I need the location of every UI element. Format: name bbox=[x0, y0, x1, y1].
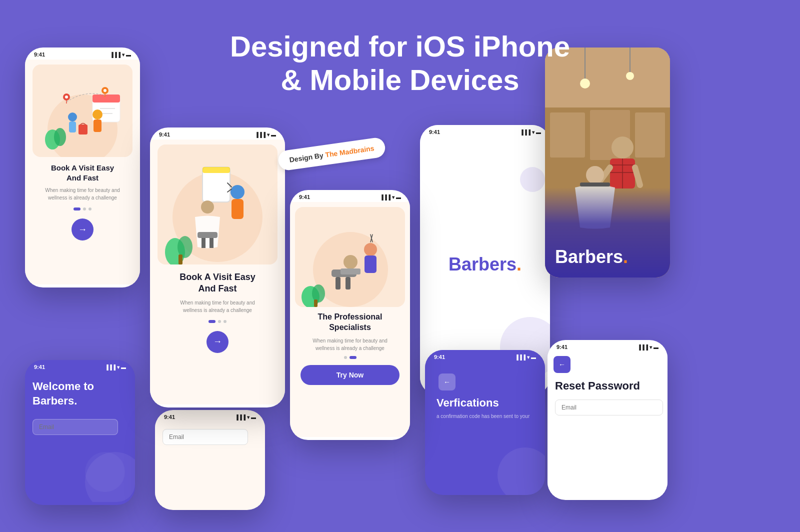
svg-rect-8 bbox=[69, 122, 76, 132]
dot-3 bbox=[88, 208, 92, 210]
page-title: Designed for iOS iPhone & Mobile Devices bbox=[225, 30, 575, 96]
svg-point-7 bbox=[68, 112, 77, 122]
svg-rect-31 bbox=[346, 277, 350, 290]
dot-1 bbox=[74, 208, 80, 210]
dot-2 bbox=[83, 208, 86, 210]
phone-1-time: 9:41 bbox=[34, 52, 45, 58]
svg-rect-9 bbox=[78, 124, 88, 134]
phone-8-subtitle: a confirmation code has been sent to you… bbox=[432, 414, 538, 419]
phone-1-title: Book A Visit Easy And Fast bbox=[51, 163, 114, 182]
svg-point-15 bbox=[104, 89, 106, 92]
svg-rect-23 bbox=[202, 238, 206, 248]
phone-6-time: 9:41 bbox=[34, 364, 45, 370]
phone-4-time: 9:41 bbox=[429, 129, 440, 135]
phone-1-illustration bbox=[32, 64, 132, 157]
design-prefix: Design By bbox=[289, 151, 324, 164]
phone-4-status: 9:41 ▐▐▐ ▾ ▬ bbox=[420, 125, 550, 137]
svg-point-11 bbox=[54, 128, 66, 146]
phone-8-back-btn[interactable]: ← bbox=[438, 374, 456, 390]
phone-6-icons: ▐▐▐ ▾ ▬ bbox=[105, 364, 126, 370]
phone-6-welcome: 9:41 ▐▐▐ ▾ ▬ Welcome to Barbers. bbox=[25, 360, 135, 505]
phone-2-next-btn[interactable]: → bbox=[206, 331, 228, 353]
phone-3-icons: ▐▐▐ ▾ ▬ bbox=[380, 194, 401, 200]
phone-8-status: 9:41 ▐▐▐ ▾ ▬ bbox=[425, 350, 545, 362]
svg-point-19 bbox=[230, 185, 244, 199]
phone-4-icons: ▐▐▐ ▾ ▬ bbox=[520, 130, 541, 135]
dot3-2 bbox=[350, 356, 356, 359]
phone-1-body: Book A Visit Easy And Fast When making t… bbox=[25, 60, 140, 284]
svg-point-49 bbox=[612, 136, 634, 158]
svg-point-42 bbox=[580, 78, 590, 88]
phone-9-title: Reset Password bbox=[555, 379, 660, 394]
phone-8-time: 9:41 bbox=[434, 354, 445, 360]
dot3-1 bbox=[344, 356, 347, 359]
phone-3-body: The Professional Specialists When making… bbox=[290, 202, 410, 437]
phone-8-verification: 9:41 ▐▐▐ ▾ ▬ ← Verfications a confirmati… bbox=[425, 350, 545, 495]
phone-2-subtitle: When making time for beauty and wellness… bbox=[180, 299, 255, 314]
phone-6-body: Welcome to Barbers. bbox=[25, 372, 135, 502]
svg-rect-33 bbox=[340, 268, 360, 274]
phone-1-onboarding: 9:41 ▐▐▐ ▾ ▬ bbox=[25, 48, 140, 288]
phone-3-status: 9:41 ▐▐▐ ▾ ▬ bbox=[290, 190, 410, 202]
onboarding-svg-2 bbox=[158, 147, 278, 264]
svg-rect-48 bbox=[635, 112, 665, 158]
phone-7-email-input[interactable] bbox=[162, 429, 248, 445]
phone-6-email-input[interactable] bbox=[32, 419, 118, 435]
phone-9-email-input[interactable] bbox=[555, 400, 663, 416]
design-brand: The Madbrains bbox=[323, 144, 375, 159]
barbers-logo-overlay: Barbers. bbox=[555, 246, 628, 268]
phone-2-time: 9:41 bbox=[159, 132, 170, 138]
svg-point-13 bbox=[65, 96, 68, 98]
svg-rect-46 bbox=[550, 112, 585, 158]
header-title-text: Designed for iOS iPhone & Mobile Devices bbox=[230, 30, 570, 96]
svg-point-32 bbox=[344, 255, 358, 269]
phone-9-reset-password: 9:41 ▐▐▐ ▾ ▬ ← Reset Password bbox=[548, 340, 668, 500]
dot2-3 bbox=[224, 320, 226, 323]
phone-3-dots bbox=[344, 356, 356, 359]
phone-2-onboarding: 9:41 ▐▐▐ ▾ ▬ bbox=[150, 128, 285, 408]
phone-9-body: ← Reset Password bbox=[548, 352, 668, 497]
phone-8-deco bbox=[498, 448, 545, 492]
svg-rect-35 bbox=[364, 256, 376, 273]
svg-rect-38 bbox=[314, 300, 318, 307]
try-now-button[interactable]: Try Now bbox=[300, 365, 400, 385]
phone-2-body: Book A Visit Easy And Fast When making t… bbox=[150, 140, 285, 404]
phone-9-time: 9:41 bbox=[556, 344, 568, 350]
svg-rect-2 bbox=[92, 94, 120, 102]
phone-2-icons: ▐▐▐ ▾ ▬ bbox=[255, 132, 276, 138]
barbers-logo: Barbers. bbox=[448, 254, 522, 274]
phone-8-body: ← Verfications a confirmation code has b… bbox=[425, 362, 545, 492]
phone-2-dots bbox=[208, 320, 226, 323]
phone-9-icons: ▐▐▐ ▾ ▬ bbox=[638, 344, 658, 350]
svg-rect-57 bbox=[580, 182, 610, 186]
deco-blob-2 bbox=[520, 167, 545, 192]
phone-9-back-btn[interactable]: ← bbox=[554, 356, 570, 373]
svg-point-21 bbox=[201, 200, 214, 214]
phone-1-dots bbox=[74, 208, 92, 210]
svg-point-56 bbox=[586, 166, 604, 184]
onboarding-svg-1 bbox=[32, 70, 132, 157]
phone-4-content: Barbers. bbox=[448, 254, 522, 275]
deco-circle-2 bbox=[85, 452, 125, 492]
phone-1-status: 9:41 ▐▐▐ ▾ ▬ bbox=[25, 48, 140, 60]
phone-2-title: Book A Visit Easy And Fast bbox=[180, 272, 255, 295]
svg-point-44 bbox=[626, 72, 634, 80]
phone-8-title: Verfications bbox=[432, 396, 538, 410]
dot2-1 bbox=[208, 320, 216, 323]
phone-3-specialists: 9:41 ▐▐▐ ▾ ▬ bbox=[290, 190, 410, 440]
phone-7-partial: 9:41 ▐▐▐ ▾ ▬ bbox=[155, 410, 265, 510]
phone-7-time: 9:41 bbox=[164, 414, 175, 420]
svg-point-34 bbox=[364, 243, 377, 256]
phone-1-next-btn[interactable]: → bbox=[72, 218, 94, 240]
svg-rect-24 bbox=[210, 238, 214, 248]
phone-3-title: The Professional Specialists bbox=[318, 312, 382, 333]
svg-rect-22 bbox=[198, 232, 218, 238]
design-badge: Design By The Madbrains bbox=[277, 136, 386, 172]
phone-9-status: 9:41 ▐▐▐ ▾ ▬ bbox=[548, 340, 668, 352]
photo-overlay: Barbers. bbox=[545, 188, 670, 278]
phone-8-icons: ▐▐▐ ▾ ▬ bbox=[515, 354, 536, 360]
phone-2-illustration bbox=[158, 144, 278, 264]
phone-1-icons: ▐▐▐ ▾ ▬ bbox=[110, 52, 131, 58]
phone-7-status: 9:41 ▐▐▐ ▾ ▬ bbox=[155, 410, 265, 422]
phone-3-subtitle: When making time for beauty and wellness… bbox=[312, 337, 388, 352]
